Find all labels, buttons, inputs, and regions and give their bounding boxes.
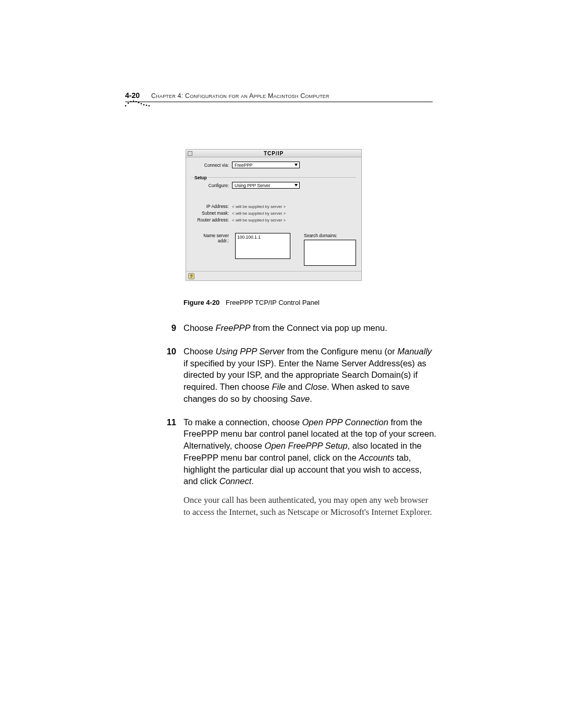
search-domains-input[interactable] — [304, 240, 356, 266]
panel-title: TCP/IP — [186, 151, 361, 156]
step-paragraph: To make a connection, choose Open PPP Co… — [183, 416, 437, 488]
svg-point-4 — [136, 101, 137, 103]
ip-address-label: IP Address: — [191, 204, 232, 209]
svg-point-0 — [125, 105, 127, 107]
step-number: 10 — [161, 346, 176, 405]
help-icon[interactable]: ? — [188, 273, 194, 279]
page-number: 4-20 — [125, 91, 142, 100]
svg-point-5 — [138, 102, 140, 104]
step-paragraph: Choose FreePPP from the Connect via pop … — [183, 322, 437, 334]
subnet-value: < will be supplied by server > — [232, 211, 286, 216]
step-item: 9Choose FreePPP from the Connect via pop… — [161, 322, 437, 334]
svg-point-1 — [128, 103, 129, 104]
search-domains-label: Search domains: — [304, 233, 356, 238]
header-rule — [125, 102, 433, 102]
dotted-ornament — [124, 100, 155, 109]
subnet-label: Subnet mask: — [191, 211, 232, 216]
chapter-label: Chapter 4: Configuration for an Apple Ma… — [151, 92, 329, 100]
step-body: Choose FreePPP from the Connect via pop … — [183, 322, 437, 334]
step-paragraph: Once your call has been authenticated, y… — [183, 495, 437, 519]
step-number: 11 — [161, 416, 176, 519]
step-body: To make a connection, choose Open PPP Co… — [183, 416, 437, 519]
router-value: < will be supplied by server > — [232, 218, 286, 223]
svg-point-3 — [133, 101, 134, 102]
step-paragraph: Choose Using PPP Server from the Configu… — [183, 346, 437, 405]
configure-label: Configure: — [191, 183, 232, 188]
figure-label: Figure 4-20 — [183, 299, 219, 306]
router-label: Router address: — [191, 217, 232, 223]
name-server-input[interactable]: 100.100.1.1 — [235, 233, 290, 259]
svg-point-8 — [146, 105, 148, 106]
setup-groupbox-label: Setup — [193, 175, 208, 180]
tcpip-panel: TCP/IP Connect via: FreePPP Setup Config… — [186, 149, 362, 281]
figure-caption: Figure 4-20 FreePPP TCP/IP Control Panel — [183, 299, 437, 306]
step-item: 10Choose Using PPP Server from the Confi… — [161, 346, 437, 405]
panel-titlebar: TCP/IP — [186, 150, 361, 157]
step-number: 9 — [161, 322, 176, 334]
step-item: 11To make a connection, choose Open PPP … — [161, 416, 437, 519]
step-body: Choose Using PPP Server from the Configu… — [183, 346, 437, 405]
connect-via-select[interactable]: FreePPP — [232, 162, 300, 168]
configure-select[interactable]: Using PPP Server — [232, 182, 300, 189]
svg-point-6 — [141, 103, 142, 105]
ip-address-value: < will be supplied by server > — [232, 204, 286, 209]
figure-caption-text: FreePPP TCP/IP Control Panel — [226, 299, 320, 306]
svg-point-7 — [143, 104, 145, 106]
name-server-label: Name server addr.: — [191, 233, 232, 243]
svg-point-2 — [130, 101, 132, 103]
connect-via-label: Connect via: — [191, 163, 232, 168]
svg-point-9 — [149, 105, 150, 107]
